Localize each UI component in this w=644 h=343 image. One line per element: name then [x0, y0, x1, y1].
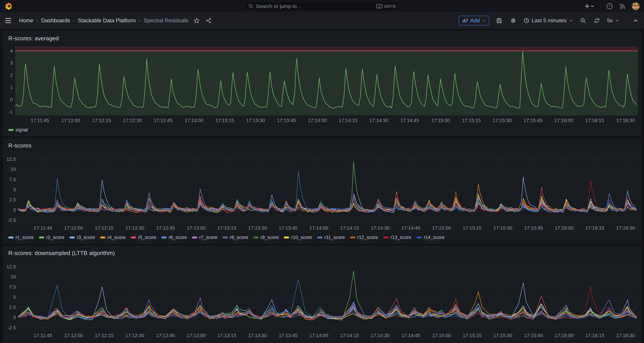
legend-item-r2_score[interactable]: r2_score: [39, 235, 64, 240]
chevron-down-icon: [615, 19, 619, 23]
legend-item-r10_score[interactable]: r10_score: [284, 235, 312, 240]
legend-item-r3_score[interactable]: r3_score: [70, 342, 95, 343]
legend-swatch: [8, 236, 14, 238]
x-tick-label: 17:16:15: [585, 333, 604, 338]
user-avatar[interactable]: [632, 2, 640, 11]
x-tick-label: 17:15:45: [524, 333, 543, 338]
legend: signal: [4, 126, 640, 136]
x-tick-label: 17:15:15: [463, 333, 482, 338]
y-tick-label: -2.5: [8, 217, 16, 223]
menu-toggle-button[interactable]: [5, 17, 13, 25]
legend-item-r9_score[interactable]: r9_score: [253, 342, 279, 343]
legend-item-r2_score[interactable]: r2_score: [39, 342, 64, 343]
refresh-interval-picker[interactable]: 5s: [607, 18, 619, 24]
breadcrumb-home[interactable]: Home: [19, 18, 34, 24]
y-tick-label: 10: [10, 167, 16, 172]
x-tick-label: 17:16:30: [616, 118, 635, 123]
legend-item-r6_score[interactable]: r6_score: [162, 342, 187, 343]
y-tick-label: 0: [10, 97, 13, 102]
new-button[interactable]: [584, 3, 595, 10]
chart-rscores[interactable]: 12.5107.552.50-2.517:11:4517:12:0017:12:…: [4, 151, 640, 232]
zoom-out-time-button[interactable]: [579, 17, 587, 25]
legend-swatch: [253, 236, 258, 238]
legend-item-r11_score[interactable]: r11_score: [317, 235, 345, 240]
x-tick-label: 17:13:30: [248, 225, 267, 231]
legend-item-r12_score[interactable]: r12_score: [350, 342, 378, 343]
y-tick-label: 10: [10, 274, 16, 279]
search-input[interactable]: [256, 3, 374, 9]
legend-item-r8_score[interactable]: r8_score: [222, 342, 248, 343]
legend-label: r2_score: [46, 342, 64, 343]
legend-item-r11_score[interactable]: r11_score: [317, 342, 345, 343]
legend-item-r9_score[interactable]: r9_score: [253, 235, 279, 240]
share-button[interactable]: [205, 17, 212, 24]
add-panel-icon: [462, 18, 468, 23]
rss-icon: [620, 3, 626, 9]
legend-item-r10_score[interactable]: r10_score: [284, 342, 312, 343]
grafana-logo[interactable]: [4, 2, 13, 11]
x-tick-label: 17:13:15: [218, 333, 236, 338]
legend-label: r14_score: [424, 342, 444, 343]
legend-swatch: [192, 236, 197, 238]
refresh-interval-label: 5s: [607, 18, 613, 24]
global-search-box[interactable]: ctrl+k: [244, 2, 400, 11]
legend-item-r6_score[interactable]: r6_score: [162, 235, 187, 240]
panel-title[interactable]: R-scores: averaged: [4, 31, 640, 44]
refresh-icon: [594, 18, 600, 24]
y-tick-label: -1: [8, 109, 13, 114]
chart-rscores-averaged[interactable]: 43210-117:11:4517:12:0017:12:1517:12:301…: [4, 44, 640, 125]
x-tick-label: 17:12:45: [154, 118, 173, 123]
legend-item-r14_score[interactable]: r14_score: [416, 235, 444, 240]
legend-item-r4_score[interactable]: r4_score: [100, 342, 126, 343]
x-tick-label: 17:11:45: [34, 333, 52, 338]
y-tick-label: 1: [10, 85, 13, 90]
y-tick-label: 4: [10, 48, 13, 54]
chart-rscores-downsampled[interactable]: 12.5107.552.50-2.517:11:4517:12:0017:12:…: [4, 258, 640, 340]
collapse-toolbar-button[interactable]: [632, 17, 639, 24]
legend-item-r7_score[interactable]: r7_score: [192, 342, 218, 343]
y-tick-label: 5: [13, 187, 16, 192]
legend-item-r13_score[interactable]: r13_score: [383, 342, 411, 343]
favorite-button[interactable]: [193, 17, 200, 25]
x-tick-label: 17:12:45: [156, 333, 175, 338]
panel-rscores-averaged: R-scores: averaged 43210-117:11:4517:12:…: [3, 31, 641, 136]
legend-label: r11_score: [324, 342, 345, 343]
dashboard-settings-button[interactable]: [509, 17, 517, 25]
time-range-picker[interactable]: Last 5 minutes: [524, 18, 573, 24]
legend-item-r5_score[interactable]: r5_score: [131, 342, 156, 343]
x-tick-label: 17:15:30: [493, 225, 512, 231]
panel-title[interactable]: R-scores: downsampled (LTTB algorithm): [4, 246, 640, 258]
save-dashboard-button[interactable]: [496, 17, 503, 25]
legend-item-r8_score[interactable]: r8_score: [222, 235, 248, 240]
y-tick-label: 2.5: [9, 197, 16, 202]
legend-item-r14_score[interactable]: r14_score: [416, 342, 444, 343]
series-line-r11_score: [18, 280, 636, 319]
legend-label: r10_score: [291, 342, 312, 343]
y-tick-label: 12.5: [6, 157, 16, 162]
legend-label: r1_score: [16, 342, 34, 343]
legend-item-r3_score[interactable]: r3_score: [70, 235, 95, 240]
legend-item-r1_score[interactable]: r1_score: [8, 342, 34, 343]
legend: r1_scorer2_scorer3_scorer4_scorer5_score…: [4, 340, 640, 343]
y-tick-label: 7.5: [9, 177, 16, 182]
x-tick-label: 17:14:45: [402, 333, 420, 338]
breadcrumb-dashboards[interactable]: Dashboards: [41, 18, 70, 24]
legend-item-r7_score[interactable]: r7_score: [192, 235, 218, 240]
refresh-button[interactable]: [593, 17, 601, 25]
help-button[interactable]: ?: [606, 2, 614, 10]
zoom-out-icon: [580, 18, 586, 24]
news-button[interactable]: [619, 3, 626, 10]
legend-item-r4_score[interactable]: r4_score: [100, 235, 126, 240]
breadcrumb-folder[interactable]: Stackable Data Platform: [78, 18, 136, 24]
legend-item-r12_score[interactable]: r12_score: [350, 235, 378, 240]
add-panel-button[interactable]: Add: [459, 16, 489, 26]
panel-title[interactable]: R-scores: [4, 139, 640, 151]
help-icon: ?: [606, 3, 613, 10]
legend-item-r13_score[interactable]: r13_score: [383, 235, 411, 240]
legend-item-r5_score[interactable]: r5_score: [131, 235, 156, 240]
legend-swatch: [8, 129, 14, 131]
legend-item-signal[interactable]: signal: [8, 127, 28, 133]
top-nav-bar: ctrl+k ?: [0, 0, 644, 13]
legend-label: r14_score: [424, 235, 444, 240]
legend-item-r1_score[interactable]: r1_score: [8, 235, 34, 240]
